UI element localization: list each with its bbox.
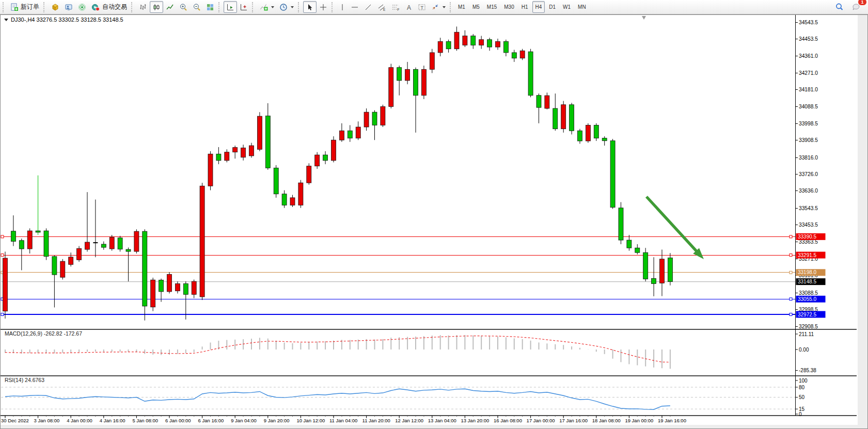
chevron-down-icon [271, 6, 274, 8]
market-watch-button[interactable] [49, 1, 62, 13]
toolbar-right: 1 [832, 1, 868, 13]
auto-scroll-button[interactable] [224, 1, 237, 13]
svg-text:33816.0: 33816.0 [799, 155, 818, 161]
svg-text:33088.5: 33088.5 [799, 290, 818, 296]
arrows-tool-button[interactable] [429, 1, 448, 13]
candlestick-mode-button[interactable] [150, 1, 163, 13]
toolbar-grip[interactable] [218, 2, 222, 12]
svg-text:0: 0 [799, 411, 802, 417]
indicators-button[interactable] [257, 1, 277, 13]
svg-text:33908.5: 33908.5 [799, 137, 818, 143]
horizontal-line-icon [351, 3, 359, 11]
svg-text:0.00: 0.00 [799, 347, 809, 353]
chevron-down-icon [443, 6, 446, 8]
chart-window: DJ30-,H4 33276.5 33302.5 33128.5 33148.5… [0, 14, 868, 429]
toolbar-grip[interactable] [43, 2, 46, 12]
arrows-icon [431, 3, 439, 11]
chart-dropdown-icon[interactable] [4, 19, 8, 21]
price-chart-canvas[interactable]: 34543.534453.534361.034271.034181.034088… [0, 14, 868, 429]
toolbar-grip[interactable] [332, 2, 335, 12]
line-chart-mode-button[interactable] [163, 1, 177, 13]
search-button[interactable] [832, 1, 846, 13]
svg-text:A: A [407, 4, 411, 11]
svg-text:80: 80 [799, 385, 805, 390]
svg-text:17 Jan 00:00: 17 Jan 00:00 [527, 418, 555, 423]
auto-trading-icon [91, 3, 100, 11]
svg-text:33055.0: 33055.0 [798, 296, 817, 302]
svg-text:E: E [383, 7, 386, 11]
timeframe-M1[interactable]: M1 [455, 1, 468, 13]
crosshair-icon [319, 3, 327, 11]
new-order-icon [10, 3, 19, 11]
zoom-in-button[interactable] [177, 1, 190, 13]
svg-text:18 Jan 08:00: 18 Jan 08:00 [592, 418, 621, 423]
new-order-label: 新订单 [21, 3, 39, 11]
trendline-icon [364, 3, 372, 11]
chevron-down-icon [291, 6, 294, 8]
svg-text:-285.38: -285.38 [799, 368, 816, 373]
svg-text:50: 50 [799, 394, 805, 400]
svg-text:34181.0: 34181.0 [799, 87, 818, 92]
svg-text:13 Jan 04:00: 13 Jan 04:00 [428, 418, 456, 423]
signals-button[interactable] [75, 1, 89, 13]
zoom-out-icon [193, 3, 201, 11]
svg-text:34543.5: 34543.5 [799, 20, 818, 25]
timeframe-D1[interactable]: D1 [546, 1, 559, 13]
horizontal-line-tool-button[interactable] [348, 1, 361, 13]
toolbar-grip[interactable] [3, 2, 6, 12]
svg-text:34088.5: 34088.5 [799, 104, 818, 109]
notification-badge: 1 [858, 0, 867, 6]
periods-button[interactable] [277, 1, 296, 13]
clock-icon [279, 3, 288, 11]
toolbar-grip[interactable] [252, 2, 255, 12]
chart-shift-button[interactable] [237, 1, 250, 13]
svg-text:10 Jan 12:00: 10 Jan 12:00 [296, 418, 325, 423]
trendline-tool-button[interactable] [361, 1, 375, 13]
monitor-user-icon [65, 3, 73, 11]
label-tool-button[interactable]: T [415, 1, 429, 13]
toolbar-grip[interactable] [450, 2, 453, 12]
svg-text:19 Jan 00:00: 19 Jan 00:00 [625, 418, 653, 423]
text-tool-button[interactable]: A [403, 1, 415, 13]
gold-cube-icon [51, 3, 59, 11]
svg-text:F: F [398, 7, 400, 11]
text-icon: A [405, 3, 413, 11]
svg-text:6 Jan 00:00: 6 Jan 00:00 [165, 418, 191, 423]
svg-text:34361.0: 34361.0 [799, 53, 818, 59]
indicators-icon [260, 3, 268, 11]
timeframe-H1[interactable]: H1 [518, 1, 531, 13]
timeframe-MN[interactable]: MN [575, 1, 589, 13]
timeframe-M30[interactable]: M30 [501, 1, 517, 13]
rsi-label: RSI(14) 24.6763 [5, 377, 44, 383]
svg-text:34271.0: 34271.0 [799, 70, 818, 76]
fibonacci-tool-button[interactable]: F [389, 1, 403, 13]
auto-trading-button[interactable]: 自动交易 [89, 1, 130, 13]
tile-windows-icon [206, 3, 214, 11]
tile-windows-button[interactable] [203, 1, 217, 13]
fibonacci-icon: F [391, 3, 400, 11]
svg-text:3 Jan 08:00: 3 Jan 08:00 [34, 418, 60, 423]
svg-text:9 Jan 20:00: 9 Jan 20:00 [264, 418, 290, 423]
svg-text:33543.5: 33543.5 [799, 205, 818, 211]
vertical-line-icon [339, 3, 345, 11]
timeframe-W1[interactable]: W1 [560, 1, 574, 13]
svg-text:12 Jan 12:00: 12 Jan 12:00 [395, 418, 423, 423]
new-order-button[interactable]: 新订单 [8, 1, 42, 13]
vertical-line-tool-button[interactable] [337, 1, 348, 13]
toolbar-grip[interactable] [298, 2, 301, 12]
cursor-tool-button[interactable] [303, 1, 317, 13]
svg-text:4 Jan 00:00: 4 Jan 00:00 [67, 418, 92, 423]
svg-text:34453.5: 34453.5 [799, 36, 818, 42]
channel-tool-button[interactable]: E [375, 1, 389, 13]
terminal-button[interactable] [62, 1, 75, 13]
timeframe-M5[interactable]: M5 [469, 1, 483, 13]
bar-chart-mode-button[interactable] [136, 1, 150, 13]
crosshair-tool-button[interactable] [317, 1, 330, 13]
timeframe-H4[interactable]: H4 [532, 1, 545, 13]
timeframe-group: M1M5M15M30H1H4D1W1MN [455, 1, 589, 13]
timeframe-M15[interactable]: M15 [484, 1, 500, 13]
zoom-out-button[interactable] [190, 1, 203, 13]
svg-text:33291.5: 33291.5 [798, 252, 817, 258]
svg-text:T: T [421, 5, 424, 10]
toolbar-grip[interactable] [131, 2, 134, 12]
